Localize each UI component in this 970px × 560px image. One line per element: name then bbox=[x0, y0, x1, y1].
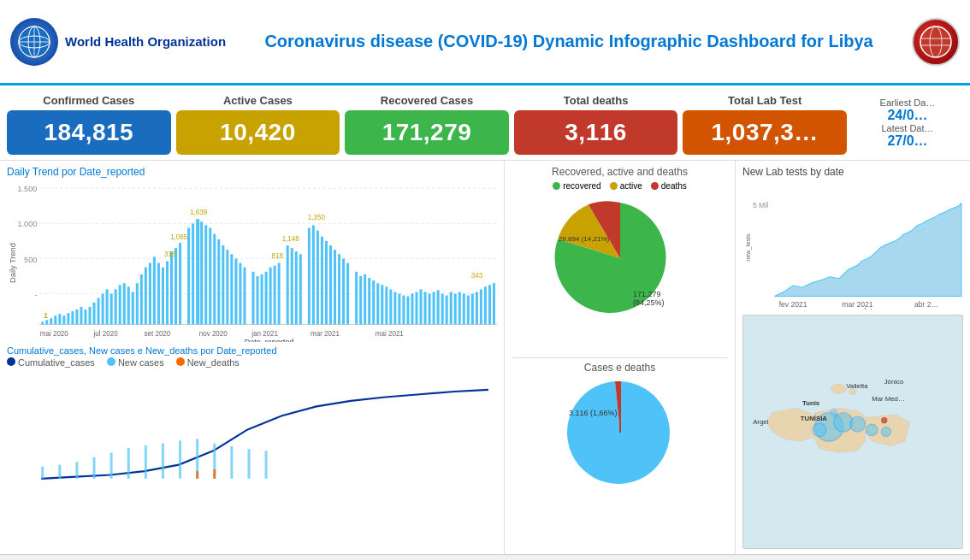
svg-text:1,085: 1,085 bbox=[170, 233, 188, 241]
svg-rect-113 bbox=[458, 292, 461, 324]
svg-rect-82 bbox=[321, 237, 323, 325]
svg-rect-55 bbox=[192, 223, 194, 324]
who-name: World Health Organization bbox=[65, 33, 226, 50]
svg-text:1,148: 1,148 bbox=[282, 235, 300, 243]
svg-rect-119 bbox=[484, 286, 487, 324]
svg-rect-53 bbox=[179, 243, 181, 325]
kpi-active-label: Active Cases bbox=[176, 94, 340, 107]
svg-rect-23 bbox=[50, 318, 52, 324]
svg-text:Tunis: Tunis bbox=[802, 399, 820, 407]
svg-rect-36 bbox=[106, 289, 109, 324]
kpi-recovered: Recovered Cases 171,279 bbox=[345, 94, 509, 155]
kpi-active: Active Cases 10,420 bbox=[176, 94, 340, 155]
svg-rect-145 bbox=[162, 444, 164, 479]
svg-rect-95 bbox=[381, 285, 383, 324]
svg-rect-106 bbox=[429, 294, 431, 325]
svg-text:jan 2021: jan 2021 bbox=[251, 330, 278, 338]
svg-text:500: 500 bbox=[24, 255, 37, 263]
svg-rect-52 bbox=[174, 248, 177, 324]
svg-rect-79 bbox=[308, 227, 311, 324]
svg-rect-40 bbox=[123, 283, 126, 324]
who-logo: World Health Organization bbox=[10, 18, 226, 66]
svg-point-171 bbox=[849, 389, 857, 395]
svg-text:abr 2…: abr 2… bbox=[914, 300, 938, 309]
svg-rect-77 bbox=[295, 251, 298, 324]
kpi-recovered-label: Recovered Cases bbox=[345, 94, 509, 107]
svg-rect-150 bbox=[247, 449, 250, 479]
kpi-lab: Total Lab Test 1,037,3… bbox=[683, 94, 847, 155]
svg-rect-21 bbox=[41, 321, 44, 324]
svg-rect-99 bbox=[398, 294, 400, 325]
svg-point-175 bbox=[866, 424, 878, 435]
header: World Health Organization Coronavirus di… bbox=[0, 0, 970, 85]
svg-text:mar 2021: mar 2021 bbox=[311, 330, 340, 338]
svg-text:Jónico: Jónico bbox=[884, 378, 904, 386]
svg-rect-25 bbox=[58, 314, 61, 324]
svg-rect-78 bbox=[299, 254, 302, 324]
svg-rect-149 bbox=[230, 446, 233, 479]
svg-rect-98 bbox=[393, 292, 396, 324]
svg-rect-90 bbox=[359, 276, 362, 324]
svg-rect-80 bbox=[312, 225, 315, 324]
svg-rect-71 bbox=[265, 272, 268, 325]
cumulative-svg bbox=[7, 369, 497, 480]
svg-rect-118 bbox=[480, 289, 482, 324]
svg-text:-: - bbox=[34, 291, 37, 299]
svg-text:TUNÍSIA: TUNÍSIA bbox=[801, 415, 828, 422]
svg-rect-50 bbox=[166, 262, 169, 325]
pie-recovered-section: Recovered, active and deaths recovered a… bbox=[512, 166, 728, 354]
svg-rect-63 bbox=[226, 250, 228, 324]
svg-rect-112 bbox=[454, 294, 457, 325]
svg-text:343: 343 bbox=[471, 272, 483, 280]
svg-text:nov 2020: nov 2020 bbox=[199, 330, 228, 338]
svg-rect-89 bbox=[355, 272, 358, 325]
svg-text:set 2020: set 2020 bbox=[145, 330, 171, 338]
kpi-deaths-label: Total deaths bbox=[514, 94, 678, 107]
svg-text:Argel: Argel bbox=[753, 418, 768, 426]
svg-rect-38 bbox=[115, 289, 117, 324]
cumulative-chart bbox=[7, 369, 497, 480]
svg-point-174 bbox=[850, 416, 866, 432]
svg-text:3.116 (1,66%): 3.116 (1,66%) bbox=[569, 409, 618, 417]
svg-point-176 bbox=[813, 423, 826, 437]
svg-rect-70 bbox=[261, 274, 263, 325]
cumulative-title: Cumulative_cases, New cases e New_deaths… bbox=[7, 345, 497, 356]
svg-rect-60 bbox=[213, 234, 216, 325]
globe-icon bbox=[912, 18, 960, 66]
kpi-lab-value: 1,037,3… bbox=[683, 110, 847, 155]
svg-rect-140 bbox=[75, 462, 78, 479]
svg-rect-65 bbox=[234, 258, 237, 324]
svg-rect-100 bbox=[402, 296, 405, 325]
svg-text:(84,25%): (84,25%) bbox=[633, 298, 665, 307]
svg-rect-91 bbox=[364, 274, 366, 325]
svg-rect-61 bbox=[217, 239, 220, 325]
kpi-confirmed: Confirmed Cases 184,815 bbox=[7, 94, 171, 155]
earliest-label: Earliest Da… bbox=[859, 97, 956, 108]
svg-rect-75 bbox=[287, 245, 289, 324]
svg-rect-54 bbox=[187, 227, 190, 324]
kpi-deaths: Total deaths 3,116 bbox=[514, 94, 678, 155]
kpi-row: Confirmed Cases 184,815 Active Cases 10,… bbox=[0, 85, 970, 161]
daily-trend-chart: 1.500 1.000 500 - Daily Trend bbox=[7, 180, 497, 342]
svg-rect-107 bbox=[433, 292, 435, 324]
svg-text:Mar Med…: Mar Med… bbox=[872, 395, 904, 403]
kpi-deaths-value: 3,116 bbox=[514, 110, 678, 155]
svg-rect-22 bbox=[45, 320, 48, 324]
pie-cases-section: Cases e deaths 3.116 (1,66%) bbox=[512, 362, 728, 550]
svg-text:28.894 (14,21%): 28.894 (14,21%) bbox=[559, 235, 609, 243]
svg-rect-114 bbox=[463, 294, 465, 325]
svg-text:fev 2021: fev 2021 bbox=[779, 300, 807, 309]
svg-rect-66 bbox=[239, 263, 241, 325]
svg-rect-142 bbox=[110, 453, 113, 479]
svg-rect-42 bbox=[132, 292, 134, 324]
svg-rect-56 bbox=[196, 219, 199, 324]
svg-rect-151 bbox=[265, 451, 268, 479]
svg-text:1: 1 bbox=[44, 312, 48, 320]
svg-rect-139 bbox=[58, 465, 61, 479]
svg-point-178 bbox=[830, 409, 837, 416]
svg-rect-51 bbox=[170, 251, 173, 324]
svg-text:1.500: 1.500 bbox=[18, 185, 38, 193]
kpi-dates: Earliest Da… 24/0… Latest Dat… 27/0… bbox=[852, 94, 963, 152]
svg-rect-73 bbox=[274, 266, 276, 325]
svg-rect-26 bbox=[62, 315, 65, 324]
